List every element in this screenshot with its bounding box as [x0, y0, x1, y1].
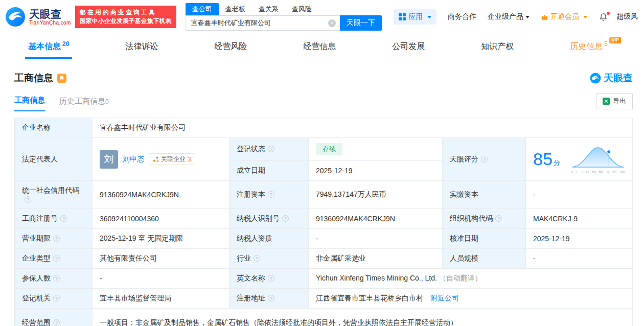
help-icon[interactable] — [268, 146, 274, 152]
tianyancha-logo[interactable]: 天眼查 TianYanCha.com — [5, 7, 71, 27]
value-business-scope: 一般项目：非金属矿及制品销售，金属矿石销售（除依法须经批准的项目外，凭营业执照依… — [93, 309, 633, 326]
enterprise-products-label: 企业级产品 — [488, 12, 523, 21]
value-company-type: 其他有限责任公司 — [93, 249, 229, 269]
value-reg-status: 存续 — [309, 138, 443, 161]
value-credit-code: 91360924MAK4CRKJ9N — [93, 181, 229, 209]
search-input[interactable] — [186, 19, 340, 27]
label-legal-rep: 法定代表人 — [15, 138, 93, 181]
clear-icon[interactable] — [328, 19, 336, 27]
table-row: 工商注册号 360924110004360 纳税人识别号 91360924MAK… — [15, 209, 633, 229]
open-vip-link[interactable]: 开通会员 — [541, 12, 587, 21]
subtab-label: 历史工商信息 — [59, 97, 105, 105]
tab-count: 20 — [62, 40, 69, 48]
help-icon[interactable] — [268, 275, 274, 282]
tab-basic-info[interactable]: 基本信息 20 — [25, 34, 72, 59]
vip-badge: VIP — [609, 37, 621, 43]
help-icon[interactable] — [481, 156, 488, 162]
watermark-text: 天眼查 — [604, 72, 633, 85]
label-paid-capital: 实缴资本 — [443, 181, 526, 209]
label-taxpayer-id: 纳税人识别号 — [229, 209, 309, 229]
value-reg-capital: 7949.137147万人民币 — [309, 181, 443, 209]
help-icon[interactable] — [53, 235, 60, 242]
subtab-business-info[interactable]: 工商信息 — [14, 96, 45, 111]
label-establish-date: 成立日期 — [229, 161, 309, 181]
related-companies-badge[interactable]: 关联企业 3 — [149, 153, 195, 165]
table-row: 登记机关 宜丰县市场监督管理局 注册地址 江西省宜春市宜丰县花桥乡白市村 附近公… — [15, 289, 633, 309]
label-business-scope: 经营范围 — [15, 309, 93, 326]
table-row: 经营范围 一般项目：非金属矿及制品销售，金属矿石销售（除依法须经批准的项目外，凭… — [15, 309, 633, 326]
link-super-risk[interactable]: 超级风 — [616, 12, 638, 21]
apps-button[interactable]: 应用 — [394, 9, 436, 25]
notification-bell-icon[interactable] — [599, 12, 608, 22]
help-icon[interactable] — [53, 275, 60, 282]
search-tab-relation[interactable]: 查关系 — [252, 3, 285, 15]
table-row: 企业名称 宜春鑫丰时代矿业有限公司 — [15, 118, 633, 138]
label-approval-date: 核准日期 — [443, 229, 526, 249]
help-icon[interactable] — [495, 215, 502, 222]
tab-intellectual-property[interactable]: 知识产权 — [478, 34, 517, 59]
score-distribution-chart: 013 115065 9799100 — [571, 145, 625, 174]
value-taxpayer-id: 91360924MAK4CRKJ9N — [309, 209, 443, 229]
label-reg-authority: 登记机关 — [15, 289, 93, 309]
search-tab-boss[interactable]: 查老板 — [219, 3, 252, 15]
search-tab-company[interactable]: 查公司 — [186, 3, 219, 15]
value-score: 85分 013 115065 — [526, 138, 633, 181]
tab-legal-litigation[interactable]: 法律诉讼 — [122, 34, 161, 59]
promo-line1: 都在用的商业查询工具 — [80, 8, 172, 17]
caret-down-icon — [583, 16, 587, 20]
link-business-cooperation[interactable]: 商务合作 — [448, 12, 476, 21]
search-input-wrap — [186, 15, 340, 31]
search-button[interactable]: 天眼一下 — [340, 15, 382, 31]
table-row: 法定代表人 刘 刘申态 关联企业 3 — [15, 138, 633, 161]
excel-icon — [603, 98, 610, 105]
link-enterprise-products[interactable]: 企业级产品 — [488, 12, 530, 21]
section-title: 工商信息 — [14, 72, 53, 85]
label-english-name: 英文名称 — [229, 269, 309, 289]
help-icon[interactable] — [53, 295, 60, 301]
search-tab-risk[interactable]: 查风险 — [285, 3, 318, 15]
value-establish-date: 2025-12-19 — [309, 161, 443, 181]
status-badge: 存续 — [316, 143, 342, 155]
subtab-count: 0 — [105, 98, 109, 105]
promo-badge: 都在用的商业查询工具 国家中小企业发展子基金旗下机构 — [75, 6, 176, 28]
search-tabs: 查公司 查老板 查关系 查风险 — [186, 3, 382, 15]
watermark-logo-icon — [590, 73, 601, 84]
help-icon[interactable] — [282, 215, 289, 222]
value-paid-capital: - — [526, 181, 633, 209]
help-icon[interactable] — [60, 215, 67, 222]
crown-icon — [541, 14, 548, 20]
table-row: 营业期限 2025-12-19 至 无固定期限 纳税人资质 - 核准日期 202… — [15, 229, 633, 249]
open-vip-label: 开通会员 — [550, 12, 579, 21]
label-credit-code: 统一社会信用代码 — [15, 181, 93, 209]
tab-business-info[interactable]: 经营信息 — [300, 34, 339, 59]
auto-translate-note: （自动翻译） — [439, 274, 482, 282]
tianyan-score: 85分 — [533, 149, 560, 169]
subtab-history-business-info[interactable]: 历史工商信息0 — [59, 97, 109, 111]
tab-label: 经营信息 — [303, 41, 336, 52]
help-icon[interactable] — [268, 295, 274, 301]
tab-company-development[interactable]: 公司发展 — [389, 34, 428, 59]
search-area: 查公司 查老板 查关系 查风险 天眼一下 — [186, 3, 382, 31]
search-box: 天眼一下 — [186, 15, 382, 31]
nearby-companies-link[interactable]: 附近公司 — [430, 294, 459, 302]
export-button[interactable]: 导出 — [596, 93, 633, 109]
legal-rep-avatar[interactable]: 刘 — [100, 150, 118, 169]
help-icon[interactable] — [25, 196, 31, 203]
label-taxpayer-quality: 纳税人资质 — [229, 229, 309, 249]
tab-history-info[interactable]: 历史信息 5 VIP — [567, 34, 619, 59]
logo-text: 天眼查 TianYanCha.com — [29, 8, 71, 26]
tab-operating-risk[interactable]: 经营风险 — [211, 34, 250, 59]
help-icon[interactable] — [53, 255, 60, 262]
label-staff-size: 人员规模 — [443, 249, 526, 269]
help-icon[interactable] — [254, 255, 260, 262]
monitor-bell-icon[interactable] — [57, 74, 66, 83]
business-info-table: 企业名称 宜春鑫丰时代矿业有限公司 法定代表人 刘 刘申态 关联 — [14, 118, 633, 326]
main-nav: 基本信息 20 法律诉讼 经营风险 经营信息 公司发展 知识产权 历史信息 5 … — [0, 34, 644, 59]
legal-rep-name-link[interactable]: 刘申态 — [123, 155, 144, 164]
caret-down-icon — [427, 16, 431, 20]
label-reg-capital: 注册资本 — [229, 181, 309, 209]
tab-label: 公司发展 — [392, 41, 425, 52]
value-industry: 非金属矿采选业 — [309, 249, 443, 269]
help-icon[interactable] — [53, 319, 60, 326]
help-icon[interactable] — [268, 191, 274, 198]
